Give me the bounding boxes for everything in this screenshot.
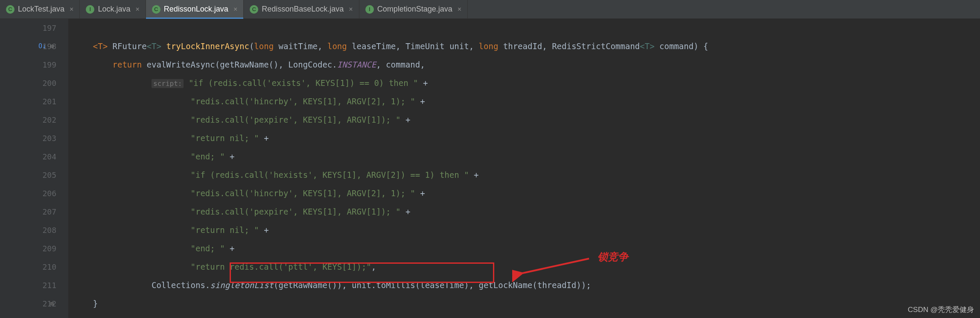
line-number: 207 xyxy=(0,203,56,221)
code-line xyxy=(73,19,980,37)
tab-locktest[interactable]: C LockTest.java × xyxy=(0,0,80,18)
line-number: 209 xyxy=(0,239,56,258)
code-line: "return nil; " + xyxy=(73,221,980,239)
line-number: 211 xyxy=(0,276,56,294)
close-icon[interactable]: × xyxy=(233,6,237,13)
line-number: 204 xyxy=(0,147,56,166)
code-line: "return nil; " + xyxy=(73,129,980,147)
code-line: "redis.call('hincrby', KEYS[1], ARGV[2],… xyxy=(73,92,980,111)
tab-lock[interactable]: I Lock.java × xyxy=(80,0,146,18)
code-area[interactable]: <T> RFuture<T> tryLockInnerAsync(long wa… xyxy=(68,19,980,318)
line-number: 210 xyxy=(0,258,56,276)
code-line: "return redis.call('pttl', KEYS[1]);", xyxy=(73,258,980,276)
class-icon: C xyxy=(250,5,258,14)
code-line: } xyxy=(73,294,980,313)
tab-label: Lock.java xyxy=(98,5,130,14)
line-number: 203 xyxy=(0,129,56,147)
line-number: 202 xyxy=(0,111,56,129)
line-number: 200 xyxy=(0,74,56,92)
line-number: 199 xyxy=(0,56,56,74)
line-number: 208 xyxy=(0,221,56,239)
code-line: <T> RFuture<T> tryLockInnerAsync(long wa… xyxy=(73,37,980,56)
tab-label: RedissonLock.java xyxy=(164,5,228,14)
code-line: "end; " + xyxy=(73,239,980,258)
override-icon[interactable]: O↓ xyxy=(38,37,46,56)
line-number: O↓ 198 ⊟ xyxy=(0,37,56,56)
code-line: "redis.call('pexpire', KEYS[1], ARGV[1])… xyxy=(73,203,980,221)
tab-redissonbaselock[interactable]: C RedissonBaseLock.java × xyxy=(244,0,359,18)
line-number: 206 xyxy=(0,184,56,203)
line-number: 212⊟ xyxy=(0,294,56,313)
annotation-text: 锁竞争 xyxy=(598,250,628,264)
editor-tabs: C LockTest.java × I Lock.java × C Rediss… xyxy=(0,0,980,19)
line-number: 197 xyxy=(0,19,56,37)
code-line: "end; " + xyxy=(73,147,980,166)
close-icon[interactable]: × xyxy=(70,6,73,13)
tab-label: RedissonBaseLock.java xyxy=(262,5,344,14)
fold-icon[interactable]: ⊟ xyxy=(50,294,54,313)
code-line: script: "if (redis.call('exists', KEYS[1… xyxy=(73,74,980,92)
interface-icon: I xyxy=(365,5,374,14)
code-line: return evalWriteAsync(getRawName(), Long… xyxy=(73,56,980,74)
line-gutter: 197 O↓ 198 ⊟ 199 200 201 202 203 204 205… xyxy=(0,19,68,318)
class-icon: C xyxy=(6,5,15,14)
code-line: "redis.call('hincrby', KEYS[1], ARGV[2],… xyxy=(73,184,980,203)
code-line: "redis.call('pexpire', KEYS[1], ARGV[1])… xyxy=(73,111,980,129)
close-icon[interactable]: × xyxy=(135,6,139,13)
line-number: 205 xyxy=(0,166,56,184)
fold-icon[interactable]: ⊟ xyxy=(50,37,54,56)
line-number: 201 xyxy=(0,92,56,111)
watermark: CSDN @秃秃爱健身 xyxy=(908,305,974,315)
class-icon: C xyxy=(152,5,160,14)
tab-label: CompletionStage.java xyxy=(377,5,452,14)
code-editor[interactable]: 197 O↓ 198 ⊟ 199 200 201 202 203 204 205… xyxy=(0,19,980,318)
interface-icon: I xyxy=(86,5,94,14)
tab-redissonlock[interactable]: C RedissonLock.java × xyxy=(146,0,244,18)
code-line: "if (redis.call('hexists', KEYS[1], ARGV… xyxy=(73,166,980,184)
tab-completionstage[interactable]: I CompletionStage.java × xyxy=(359,0,468,18)
tab-label: LockTest.java xyxy=(18,5,64,14)
close-icon[interactable]: × xyxy=(458,6,461,13)
code-line: Collections.singletonList(getRawName()),… xyxy=(73,276,980,294)
close-icon[interactable]: × xyxy=(349,6,353,13)
